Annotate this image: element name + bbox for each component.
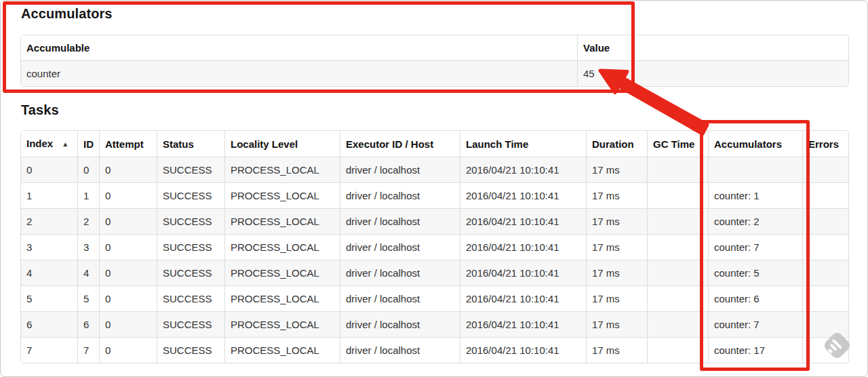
cell-gc-time: [647, 311, 708, 337]
column-header-accumulable: Accumulable: [21, 35, 577, 60]
cell-gc-time: [647, 285, 708, 311]
column-header-accumulators[interactable]: Accumulators: [708, 131, 802, 157]
cell-index: 6: [21, 311, 77, 337]
cell-id: 1: [77, 182, 99, 208]
column-header-attempt[interactable]: Attempt: [99, 131, 157, 157]
column-header-launch-time[interactable]: Launch Time: [460, 131, 586, 157]
accumulators-section-title: Accumulators: [21, 6, 113, 22]
cell-locality-level: PROCESS_LOCAL: [224, 182, 340, 208]
cell-accumulators: counter: 5: [708, 260, 802, 285]
column-header-status[interactable]: Status: [157, 131, 224, 157]
cell-index: 5: [21, 285, 77, 311]
sort-ascending-icon: ▲: [62, 140, 68, 148]
cell-status: SUCCESS: [157, 285, 224, 311]
cell-locality-level: PROCESS_LOCAL: [224, 208, 340, 234]
cell-id: 6: [77, 311, 99, 337]
cell-errors: [802, 208, 848, 234]
cell-duration: 17 ms: [586, 285, 647, 311]
table-row: 550SUCCESSPROCESS_LOCALdriver / localhos…: [21, 285, 848, 311]
column-header-duration[interactable]: Duration: [586, 131, 647, 157]
cell-locality-level: PROCESS_LOCAL: [224, 157, 340, 182]
cell-duration: 17 ms: [586, 311, 647, 337]
cell-status: SUCCESS: [157, 157, 224, 182]
cell-status: SUCCESS: [157, 208, 224, 234]
cell-index: 3: [21, 234, 77, 260]
cell-id: 2: [77, 208, 99, 234]
cell-gc-time: [647, 208, 708, 234]
cell-accumulators: counter: 1: [708, 182, 802, 208]
cell-accumulators: counter: 7: [708, 234, 802, 260]
cell-status: SUCCESS: [157, 260, 224, 285]
table-row: 660SUCCESSPROCESS_LOCALdriver / localhos…: [21, 311, 848, 337]
column-header-gc-time[interactable]: GC Time: [647, 131, 708, 157]
cell-launch-time: 2016/04/21 10:10:41: [460, 337, 586, 363]
cell-duration: 17 ms: [586, 234, 647, 260]
cell-id: 0: [77, 157, 99, 182]
cell-accumulable: counter: [21, 60, 577, 86]
column-header-index[interactable]: Index▲: [21, 131, 77, 157]
cell-gc-time: [647, 337, 708, 363]
cell-locality-level: PROCESS_LOCAL: [224, 260, 340, 285]
cell-executor-id-host: driver / localhost: [340, 311, 460, 337]
cell-errors: [802, 285, 848, 311]
cell-executor-id-host: driver / localhost: [340, 157, 460, 182]
cell-executor-id-host: driver / localhost: [340, 285, 460, 311]
cell-locality-level: PROCESS_LOCAL: [224, 285, 340, 311]
accumulators-table: AccumulableValuecounter45: [20, 35, 849, 87]
cell-executor-id-host: driver / localhost: [340, 234, 460, 260]
cell-gc-time: [647, 260, 708, 285]
cell-status: SUCCESS: [157, 234, 224, 260]
cell-errors: [802, 260, 848, 285]
table-row: 440SUCCESSPROCESS_LOCALdriver / localhos…: [21, 260, 848, 285]
cell-index: 1: [21, 182, 77, 208]
column-header-executor-id-host[interactable]: Executor ID / Host: [340, 131, 460, 157]
cell-id: 4: [77, 260, 99, 285]
tasks-table: Index▲IDAttemptStatusLocality LevelExecu…: [20, 130, 849, 363]
cell-gc-time: [647, 182, 708, 208]
cell-gc-time: [647, 157, 708, 182]
cell-duration: 17 ms: [586, 208, 647, 234]
cell-executor-id-host: driver / localhost: [340, 182, 460, 208]
cell-accumulators: counter: 17: [708, 337, 802, 363]
cell-locality-level: PROCESS_LOCAL: [224, 311, 340, 337]
cell-accumulators: counter: 7: [708, 311, 802, 337]
cell-launch-time: 2016/04/21 10:10:41: [460, 285, 586, 311]
cell-executor-id-host: driver / localhost: [340, 337, 460, 363]
cell-gc-time: [647, 234, 708, 260]
cell-errors: [802, 182, 848, 208]
cell-duration: 17 ms: [586, 157, 647, 182]
cell-attempt: 0: [99, 234, 157, 260]
cell-duration: 17 ms: [586, 260, 647, 285]
table-row: 770SUCCESSPROCESS_LOCALdriver / localhos…: [21, 337, 848, 363]
cell-id: 5: [77, 285, 99, 311]
cell-launch-time: 2016/04/21 10:10:41: [460, 234, 586, 260]
cell-attempt: 0: [99, 182, 157, 208]
cell-status: SUCCESS: [157, 337, 224, 363]
cell-accumulators: counter: 6: [708, 285, 802, 311]
column-header-value: Value: [577, 35, 848, 60]
cell-launch-time: 2016/04/21 10:10:41: [460, 208, 586, 234]
column-header-locality-level[interactable]: Locality Level: [224, 131, 340, 157]
cell-executor-id-host: driver / localhost: [340, 208, 460, 234]
cell-index: 4: [21, 260, 77, 285]
cell-attempt: 0: [99, 208, 157, 234]
column-header-errors[interactable]: Errors: [802, 131, 848, 157]
table-row: 110SUCCESSPROCESS_LOCALdriver / localhos…: [21, 182, 848, 208]
cell-index: 0: [21, 157, 77, 182]
cell-index: 7: [21, 337, 77, 363]
cell-duration: 17 ms: [586, 337, 647, 363]
feedly-watermark-icon: [823, 331, 852, 361]
cell-attempt: 0: [99, 260, 157, 285]
table-row: counter45: [21, 60, 848, 86]
column-header-id[interactable]: ID: [77, 131, 99, 157]
cell-attempt: 0: [99, 337, 157, 363]
header-row: AccumulableValue: [21, 35, 848, 60]
cell-index: 2: [21, 208, 77, 234]
cell-attempt: 0: [99, 157, 157, 182]
header-row: Index▲IDAttemptStatusLocality LevelExecu…: [21, 131, 848, 157]
cell-id: 3: [77, 234, 99, 260]
cell-locality-level: PROCESS_LOCAL: [224, 234, 340, 260]
table-row: 000SUCCESSPROCESS_LOCALdriver / localhos…: [21, 157, 848, 182]
cell-locality-level: PROCESS_LOCAL: [224, 337, 340, 363]
page-frame: Accumulators AccumulableValuecounter45 T…: [0, 0, 868, 377]
